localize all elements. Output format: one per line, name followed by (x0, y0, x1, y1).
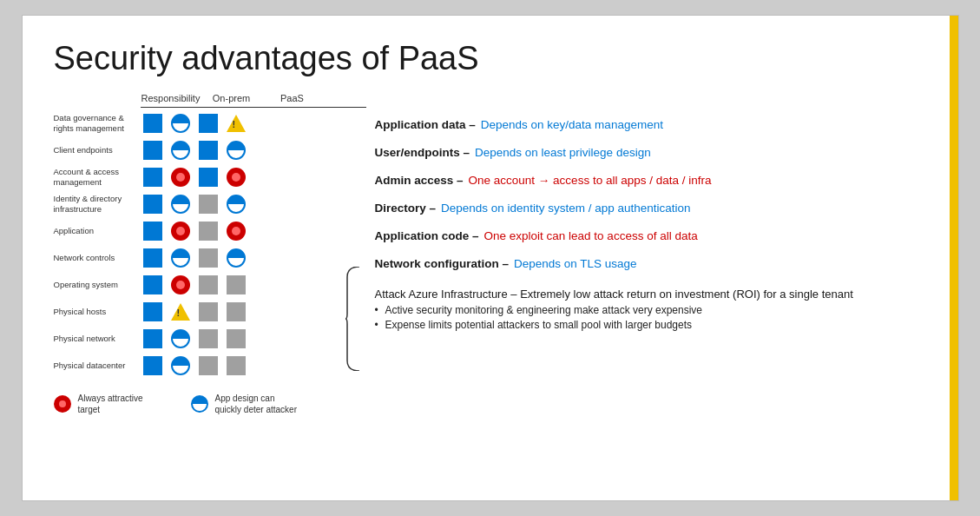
right-row-endpoints: User/endpoints – Depends on least privil… (375, 145, 927, 168)
icon-cell (196, 354, 220, 378)
grey-square-icon (199, 248, 218, 268)
icon-cell (196, 327, 220, 351)
red-circle-icon (171, 275, 190, 294)
legend-item-blue: App design can quickly deter attacker (191, 393, 302, 415)
blue-square-icon (143, 248, 162, 268)
right-row-app-code: Application code – One exploit can lead … (375, 228, 927, 251)
icon-cell (141, 300, 165, 324)
icons-group (141, 354, 340, 378)
table-row: Physical network (54, 327, 340, 351)
icon-cell (224, 138, 248, 162)
red-circle-inner (176, 173, 185, 182)
col-header-responsibility: Responsibility (141, 93, 201, 103)
icons-group (141, 246, 340, 270)
blue-half-icon (227, 195, 246, 214)
slide-title: Security advantages of PaaS (54, 40, 927, 77)
right-label: Application data – (375, 117, 476, 133)
table-rows-container: Data governance & rights management Clie… (54, 111, 340, 380)
warning-icon (171, 303, 190, 321)
responsibility-table: Responsibility On-prem PaaS Data governa… (54, 93, 366, 415)
red-circle-inner (232, 173, 240, 182)
table-row: Operating system (54, 273, 340, 297)
list-item: Expense limits potential attackers to sm… (385, 319, 927, 331)
blue-half-icon (227, 141, 246, 160)
attack-title: Attack Azure Infrastructure – Extremely … (375, 288, 927, 301)
icon-cell (224, 111, 248, 136)
red-circle-icon (227, 168, 246, 187)
blue-half-icon (171, 141, 190, 160)
icon-cell (224, 192, 248, 216)
table-header-row: Responsibility On-prem PaaS (54, 93, 366, 103)
blue-square-icon (143, 302, 162, 321)
attack-title-normal: Extremely low attack return on investmen… (517, 288, 853, 301)
blue-square-icon (143, 222, 162, 241)
red-circle-icon (171, 168, 190, 187)
table-row: Physical hosts (54, 300, 340, 324)
icon-cell (196, 246, 220, 270)
warning-icon (227, 115, 246, 132)
grey-square-icon (199, 275, 218, 294)
red-circle-icon (171, 222, 190, 241)
attack-section: Attack Azure Infrastructure – Extremely … (375, 288, 927, 331)
legend-label-red: Always attractive target (78, 393, 165, 415)
right-row-app-data: Application data – Depends on key/data m… (375, 117, 927, 140)
legend-label-blue: App design can quickly deter attacker (215, 393, 302, 415)
grey-square-icon (227, 356, 246, 375)
grey-square-icon (227, 329, 246, 348)
brace-container (344, 257, 361, 380)
table-row: Physical datacenter (54, 354, 340, 378)
icon-cell (168, 192, 193, 216)
icon-cell (196, 273, 220, 297)
blue-half-icon (171, 195, 190, 214)
blue-half-icon (227, 248, 246, 268)
red-circle-inner (176, 227, 185, 235)
icon-cell (168, 165, 193, 189)
right-value: Depends on identity system / app authent… (441, 201, 690, 216)
red-circle-inner (176, 281, 185, 289)
icon-cell (141, 192, 165, 216)
row-label: Application (54, 226, 141, 236)
icon-cell (141, 354, 165, 378)
icons-group (141, 273, 340, 297)
icons-group (141, 138, 340, 162)
content-area: Responsibility On-prem PaaS Data governa… (54, 93, 927, 415)
icon-cell (224, 300, 248, 324)
legend: Always attractive target App design can … (54, 393, 366, 415)
row-label: Physical network (54, 334, 141, 344)
icons-group (141, 327, 340, 351)
yellow-bar (950, 16, 958, 500)
icon-cell (196, 138, 220, 162)
right-row-admin-access: Admin access – One account → access to a… (375, 173, 927, 195)
icon-cell (168, 327, 193, 351)
right-rows: Application data – Depends on key/data m… (375, 117, 927, 279)
icon-cell (168, 246, 193, 270)
row-label: Data governance & rights management (54, 113, 141, 134)
row-label: Network controls (54, 253, 141, 263)
blue-half-icon (171, 356, 190, 375)
blue-square-icon (143, 275, 162, 294)
row-label: Operating system (54, 280, 141, 290)
blue-square-icon (143, 168, 162, 187)
col-header-onprem: On-prem (201, 93, 262, 103)
icon-cell (168, 300, 193, 324)
icon-cell (141, 138, 165, 162)
attack-title-bold: Attack Azure Infrastructure – (375, 288, 517, 301)
blue-half-icon (171, 114, 190, 133)
col-header-paas: PaaS (262, 93, 323, 103)
slide: Security advantages of PaaS Responsibili… (22, 15, 959, 501)
right-value: Depends on key/data management (481, 117, 663, 133)
icons-group (141, 165, 340, 189)
icons-group (141, 300, 340, 324)
attack-bullets: Active security monitoring & engineering… (375, 304, 927, 331)
blue-square-icon (199, 168, 218, 187)
icon-cell (168, 354, 193, 378)
grey-square-icon (199, 302, 218, 321)
legend-blue-half-icon (191, 395, 208, 413)
blue-half-icon (171, 329, 190, 348)
icon-cell (196, 111, 220, 136)
row-label: Physical datacenter (54, 361, 141, 371)
icons-group (141, 219, 340, 243)
icon-cell (196, 300, 220, 324)
right-label: Network configuration – (375, 256, 510, 272)
legend-item-red: Always attractive target (54, 393, 165, 415)
